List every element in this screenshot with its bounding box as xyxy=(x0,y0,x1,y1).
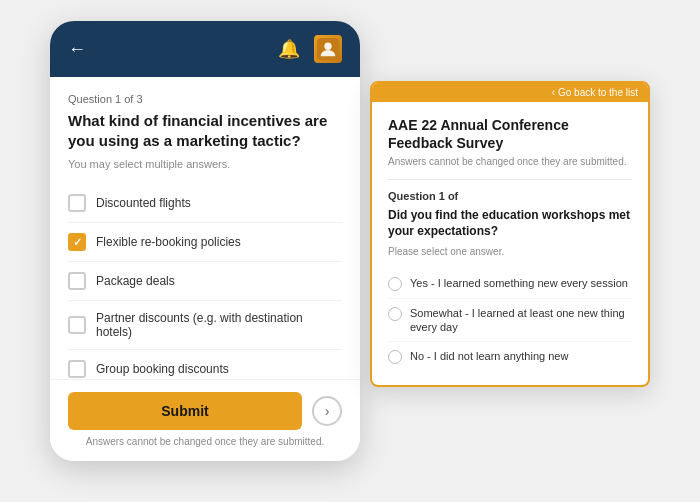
checkbox-opt5[interactable] xyxy=(68,360,86,378)
question-label: Question 1 of 3 xyxy=(68,93,342,105)
card-question-text: Did you find the education workshops met… xyxy=(388,208,632,239)
card-question-label: Question 1 of xyxy=(388,190,632,202)
submit-area: Submit › Answers cannot be changed once … xyxy=(50,379,360,461)
checkbox-opt2[interactable] xyxy=(68,233,86,251)
card-select-note: Please select one answer. xyxy=(388,246,632,257)
scene: ← 🔔 Question 1 of 3 What kind of financi… xyxy=(50,21,650,481)
question-title: What kind of financial incentives are yo… xyxy=(68,111,342,150)
phone-device: ← 🔔 Question 1 of 3 What kind of financi… xyxy=(50,21,360,461)
bell-icon[interactable]: 🔔 xyxy=(278,38,300,60)
avatar xyxy=(314,35,342,63)
phone-body: Question 1 of 3 What kind of financial i… xyxy=(50,77,360,404)
options-list: Discounted flightsFlexible re-booking po… xyxy=(68,184,342,388)
radio-options-list: Yes - I learned something new every sess… xyxy=(388,269,632,372)
next-arrow-button[interactable]: › xyxy=(312,396,342,426)
option-row[interactable]: Flexible re-booking policies xyxy=(68,223,342,262)
checkbox-opt1[interactable] xyxy=(68,194,86,212)
card-divider xyxy=(388,179,632,180)
radio-circle-r1[interactable] xyxy=(388,277,402,291)
card-body: AAE 22 Annual Conference Feedback Survey… xyxy=(372,102,648,385)
back-to-list-link[interactable]: ‹ Go back to the list xyxy=(382,87,638,98)
option-row[interactable]: Partner discounts (e.g. with destination… xyxy=(68,301,342,350)
radio-option[interactable]: Yes - I learned something new every sess… xyxy=(388,269,632,299)
overlay-card: ‹ Go back to the list AAE 22 Annual Conf… xyxy=(370,81,650,387)
header-icons: 🔔 xyxy=(278,35,342,63)
submit-button[interactable]: Submit xyxy=(68,392,302,430)
option-text-opt1: Discounted flights xyxy=(96,196,191,210)
radio-option[interactable]: Somewhat - I learned at least one new th… xyxy=(388,299,632,343)
card-top-bar: ‹ Go back to the list xyxy=(372,83,648,102)
card-title: AAE 22 Annual Conference Feedback Survey xyxy=(388,116,632,152)
radio-circle-r3[interactable] xyxy=(388,350,402,364)
back-button[interactable]: ← xyxy=(68,39,86,60)
radio-text-r3: No - I did not learn anything new xyxy=(410,349,568,363)
radio-option[interactable]: No - I did not learn anything new xyxy=(388,342,632,371)
submit-row: Submit › xyxy=(68,392,342,430)
card-subtitle: Answers cannot be changed once they are … xyxy=(388,156,632,167)
option-text-opt3: Package deals xyxy=(96,274,175,288)
checkbox-opt4[interactable] xyxy=(68,316,86,334)
submit-note: Answers cannot be changed once they are … xyxy=(68,436,342,447)
radio-text-r1: Yes - I learned something new every sess… xyxy=(410,276,628,290)
option-row[interactable]: Package deals xyxy=(68,262,342,301)
option-text-opt2: Flexible re-booking policies xyxy=(96,235,241,249)
question-subtitle: You may select multiple answers. xyxy=(68,158,342,170)
radio-text-r2: Somewhat - I learned at least one new th… xyxy=(410,306,632,335)
checkbox-opt3[interactable] xyxy=(68,272,86,290)
option-text-opt5: Group booking discounts xyxy=(96,362,229,376)
option-row[interactable]: Discounted flights xyxy=(68,184,342,223)
svg-point-1 xyxy=(324,43,331,50)
radio-circle-r2[interactable] xyxy=(388,307,402,321)
option-text-opt4: Partner discounts (e.g. with destination… xyxy=(96,311,342,339)
phone-header: ← 🔔 xyxy=(50,21,360,77)
